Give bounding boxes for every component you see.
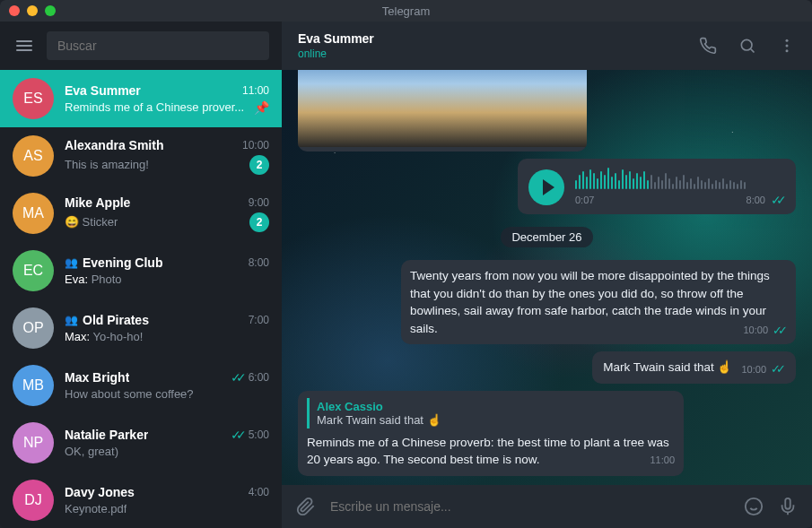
- chat-name: 👥Old Pirates: [65, 313, 149, 327]
- svg-point-2: [786, 45, 789, 48]
- search-field[interactable]: [47, 31, 269, 60]
- avatar: AS: [13, 135, 54, 177]
- chat-list-item[interactable]: ASAlexandra Smith10:00This is amazing!2: [0, 127, 282, 185]
- search-input[interactable]: [57, 39, 258, 53]
- message-time: 10:00: [743, 325, 768, 335]
- avatar: MB: [13, 365, 54, 406]
- chat-name: Alexandra Smith: [65, 138, 163, 152]
- read-ticks-icon: ✓✓: [231, 428, 241, 442]
- conversation-info[interactable]: Eva Summer online: [298, 31, 699, 60]
- chat-time: 4:00: [249, 486, 269, 498]
- message-text: Mark Twain said that ☝️: [603, 360, 732, 374]
- chat-list-item[interactable]: EC👥Evening Club8:00Eva: Photo: [0, 242, 282, 299]
- group-icon: 👥: [65, 314, 78, 326]
- conversation-title: Eva Summer: [298, 31, 699, 46]
- read-ticks-icon: ✓✓: [231, 370, 241, 385]
- avatar: DJ: [13, 480, 54, 521]
- chat-preview: Eva: Photo: [65, 273, 122, 286]
- messages-area[interactable]: Nearly missed this sunrise 7:00 0:07 8:0…: [282, 70, 812, 485]
- chat-preview: Max: Yo-ho-ho!: [65, 330, 143, 343]
- sunrise-photo[interactable]: [298, 70, 587, 147]
- attach-icon[interactable]: [296, 497, 316, 516]
- avatar: ES: [13, 78, 54, 119]
- avatar: MA: [13, 193, 54, 234]
- group-icon: 👥: [65, 256, 78, 269]
- message-time: 11:00: [650, 454, 675, 465]
- pinned-icon: 📌: [254, 100, 269, 115]
- menu-button[interactable]: [13, 37, 36, 55]
- reply-text: Mark Twain said that ☝️: [317, 413, 668, 427]
- incoming-reply-message[interactable]: Alex Cassio Mark Twain said that ☝️ Remi…: [298, 391, 684, 476]
- conversation-panel: Eva Summer online: [282, 22, 812, 528]
- conversation-header: Eva Summer online: [282, 22, 812, 70]
- play-button[interactable]: [528, 169, 564, 205]
- search-icon[interactable]: [738, 37, 756, 55]
- voice-message[interactable]: 0:07 8:00 ✓✓: [518, 159, 796, 214]
- call-icon[interactable]: [699, 37, 717, 55]
- svg-point-1: [786, 39, 789, 42]
- chat-list-item[interactable]: OP👥Old Pirates7:00Max: Yo-ho-ho!: [0, 299, 282, 357]
- chat-time: 9:00: [249, 196, 269, 209]
- svg-point-4: [746, 498, 762, 515]
- more-icon[interactable]: [778, 37, 796, 55]
- avatar: EC: [13, 250, 54, 291]
- chat-list-item[interactable]: DJDavy Jones4:00Keynote.pdf: [0, 472, 282, 528]
- voice-duration: 8:00: [747, 195, 765, 205]
- chat-name: 👥Evening Club: [65, 255, 162, 270]
- chat-list-item[interactable]: MAMike Apple9:00😄 Sticker2: [0, 185, 282, 242]
- chat-time: ✓✓6:00: [231, 370, 269, 385]
- chat-preview: 😄 Sticker: [65, 215, 118, 229]
- window-titlebar: Telegram: [0, 0, 812, 22]
- message-composer: [282, 485, 812, 528]
- date-separator: December 26: [501, 227, 592, 247]
- chat-time: ✓✓5:00: [231, 428, 269, 442]
- chat-time: 10:00: [242, 139, 269, 151]
- chat-list-item[interactable]: ESEva Summer11:00Reminds me of a Chinese…: [0, 70, 282, 127]
- avatar: NP: [13, 422, 54, 463]
- microphone-icon[interactable]: [778, 497, 798, 516]
- chat-time: 7:00: [249, 314, 269, 326]
- conversation-actions: [699, 37, 796, 55]
- outgoing-message[interactable]: Mark Twain said that ☝️ 10:00✓✓: [592, 351, 796, 384]
- chat-time: 8:00: [249, 256, 269, 269]
- message-input[interactable]: [330, 499, 729, 514]
- chat-time: 11:00: [242, 84, 269, 97]
- chat-preview: Keynote.pdf: [65, 502, 127, 515]
- read-ticks-icon: ✓✓: [771, 193, 781, 207]
- chat-name: Mike Apple: [65, 195, 130, 210]
- chat-name: Eva Summer: [65, 83, 141, 98]
- conversation-status: online: [298, 48, 699, 60]
- message-time: 10:00: [741, 364, 766, 375]
- chat-preview: How about some coffee?: [65, 387, 194, 401]
- play-icon: [543, 179, 554, 195]
- message-text: Reminds me of a Chinese proverb: the bes…: [307, 436, 669, 467]
- chat-preview: OK, great): [65, 445, 118, 458]
- chat-name: Max Bright: [65, 370, 129, 385]
- chat-preview: Reminds me of a Chinese prover...: [65, 100, 244, 114]
- chat-list: ESEva Summer11:00Reminds me of a Chinese…: [0, 70, 282, 528]
- emoji-icon[interactable]: [744, 497, 764, 516]
- svg-point-3: [786, 49, 789, 52]
- svg-point-0: [741, 39, 752, 50]
- chat-name: Natalie Parker: [65, 428, 148, 442]
- message-text: Twenty years from now you will be more d…: [410, 269, 770, 335]
- waveform[interactable]: [575, 168, 785, 189]
- unread-badge: 2: [249, 212, 269, 232]
- chat-list-item[interactable]: NPNatalie Parker✓✓5:00OK, great): [0, 414, 282, 472]
- reply-author: Alex Cassio: [317, 400, 668, 413]
- read-ticks-icon: ✓✓: [773, 324, 783, 337]
- reply-preview[interactable]: Alex Cassio Mark Twain said that ☝️: [307, 398, 675, 428]
- chat-list-item[interactable]: MBMax Bright✓✓6:00How about some coffee?: [0, 357, 282, 414]
- read-ticks-icon: ✓✓: [771, 362, 781, 376]
- avatar: OP: [13, 307, 54, 349]
- window-title: Telegram: [0, 4, 812, 18]
- unread-badge: 2: [249, 155, 269, 175]
- image-message[interactable]: Nearly missed this sunrise 7:00: [298, 70, 587, 151]
- chat-preview: This is amazing!: [65, 158, 149, 171]
- voice-elapsed: 0:07: [575, 195, 594, 205]
- chat-name: Davy Jones: [65, 485, 135, 499]
- outgoing-message[interactable]: Twenty years from now you will be more d…: [401, 260, 796, 344]
- sidebar: ESEva Summer11:00Reminds me of a Chinese…: [0, 22, 282, 528]
- sidebar-header: [0, 22, 282, 70]
